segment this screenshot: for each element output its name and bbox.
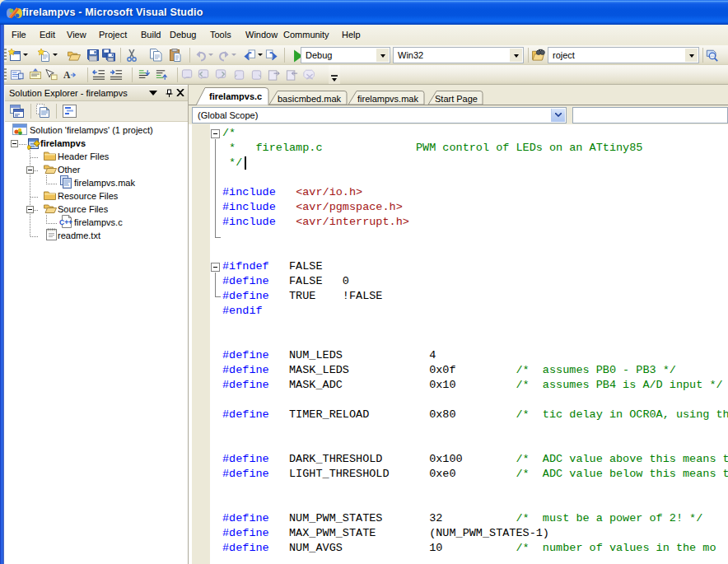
svg-text:A: A bbox=[63, 70, 71, 80]
svg-text:C++: C++ bbox=[59, 218, 72, 226]
